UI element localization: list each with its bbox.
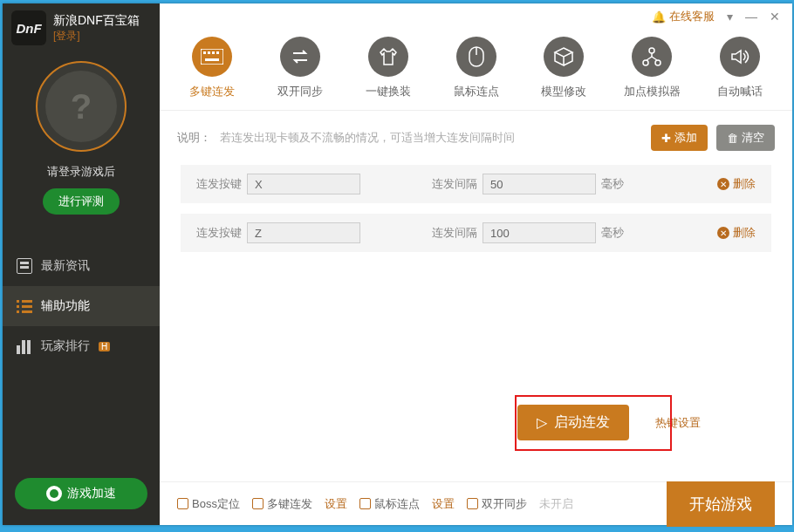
settings-link[interactable]: 设置 [325, 496, 347, 512]
desc-label: 说明： [177, 130, 211, 146]
description-row: 说明： 若连发出现卡顿及不流畅的情况，可适当增大连发间隔时间 ✚ 添加 🗑 清空 [160, 111, 792, 160]
checkbox-icon [359, 498, 371, 509]
speaker-icon [720, 37, 760, 77]
tool-label: 双开同步 [277, 84, 323, 99]
chk-dualsync[interactable]: 双开同步 [467, 496, 527, 512]
checkbox-icon [177, 498, 188, 509]
start-burst-button[interactable]: ▷ 启动连发 [517, 405, 629, 440]
svg-rect-3 [212, 51, 215, 54]
interval-input[interactable] [483, 222, 596, 243]
nav-label: 辅助功能 [41, 298, 90, 314]
nav-label: 最新资讯 [41, 258, 90, 274]
sidebar: DnF 新浪DNF百宝箱 [登录] ? 请登录游戏后 进行评测 最新资讯 辅助功… [3, 3, 160, 525]
not-enabled-label: 未开启 [539, 496, 573, 512]
minimize-button[interactable]: — [745, 10, 757, 24]
settings-link[interactable]: 设置 [432, 496, 455, 512]
add-button[interactable]: ✚ 添加 [651, 125, 708, 151]
chk-boss[interactable]: Boss定位 [177, 496, 240, 512]
svg-rect-2 [208, 51, 210, 54]
chk-label: 鼠标连点 [374, 496, 420, 512]
svg-rect-5 [205, 58, 219, 61]
avatar-ring: ? [36, 61, 127, 152]
chk-multikey[interactable]: 多键连发 [252, 496, 312, 512]
svg-point-9 [643, 60, 648, 65]
tool-label: 加点模拟器 [624, 84, 681, 99]
checkbox-icon [467, 498, 478, 509]
clear-button[interactable]: 🗑 清空 [716, 125, 775, 151]
evaluate-button[interactable]: 进行评测 [43, 188, 120, 215]
nav-rank[interactable]: 玩家排行 H [3, 326, 160, 366]
trash-icon: 🗑 [727, 132, 738, 145]
hotkey-settings-link[interactable]: 热键设置 [655, 415, 701, 431]
plus-icon: ✚ [661, 132, 671, 145]
mouse-icon [456, 37, 496, 77]
tool-label: 鼠标连点 [454, 84, 499, 99]
tool-outfit[interactable]: 一键换装 [349, 37, 428, 99]
svg-rect-1 [203, 51, 206, 54]
support-label: 在线客服 [669, 9, 715, 24]
keyboard-icon [192, 37, 232, 77]
key-input[interactable] [247, 222, 360, 243]
start-label: 启动连发 [554, 413, 610, 432]
add-label: 添加 [674, 130, 697, 146]
key-row: 连发按键 连发间隔 毫秒 ✕ 删除 [181, 165, 771, 203]
sidebar-nav: 最新资讯 辅助功能 玩家排行 H [3, 246, 160, 366]
tool-model[interactable]: 模型修改 [524, 37, 603, 99]
close-button[interactable]: ✕ [770, 10, 780, 24]
menu-icon[interactable]: ▾ [727, 10, 733, 24]
game-boost-button[interactable]: 游戏加速 [15, 478, 147, 509]
chk-label: 双开同步 [482, 496, 527, 512]
news-icon [17, 258, 32, 274]
interval-label: 连发间隔 [432, 176, 477, 192]
app-window: DnF 新浪DNF百宝箱 [登录] ? 请登录游戏后 进行评测 最新资讯 辅助功… [3, 3, 792, 525]
sync-icon [280, 37, 320, 77]
online-support-link[interactable]: 🔔 在线客服 [652, 9, 715, 24]
svg-rect-4 [216, 51, 219, 54]
tool-label: 模型修改 [541, 84, 586, 99]
key-rows: 连发按键 连发间隔 毫秒 ✕ 删除 连发按键 连发间隔 毫秒 ✕ [160, 160, 792, 268]
avatar-section: ? 请登录游戏后 进行评测 [3, 61, 160, 215]
tool-simulator[interactable]: 加点模拟器 [613, 37, 691, 99]
clear-label: 清空 [742, 130, 764, 146]
nav-assist[interactable]: 辅助功能 [3, 286, 160, 326]
start-game-button[interactable]: 开始游戏 [667, 481, 775, 527]
app-logo: DnF [11, 10, 46, 45]
tool-autoclick[interactable]: 鼠标连点 [437, 37, 516, 99]
tool-multikey[interactable]: 多键连发 [173, 37, 251, 99]
unit-label: 毫秒 [601, 225, 624, 241]
login-link[interactable]: [登录] [53, 29, 140, 44]
tree-icon [632, 37, 672, 77]
hot-badge: H [99, 342, 110, 351]
main-panel: 🔔 在线客服 ▾ — ✕ 多键连发 双开同步 一键换装 鼠标连点 [160, 3, 792, 525]
play-icon: ▷ [537, 414, 547, 431]
tool-autoshout[interactable]: 自动喊话 [701, 37, 779, 99]
unit-label: 毫秒 [601, 176, 624, 192]
cube-icon [544, 37, 584, 77]
key-row: 连发按键 连发间隔 毫秒 ✕ 删除 [181, 214, 771, 252]
globe-icon [46, 486, 62, 501]
delete-label: 删除 [733, 225, 756, 241]
key-input[interactable] [247, 174, 360, 194]
boost-label: 游戏加速 [67, 486, 116, 501]
nav-label: 玩家排行 [41, 338, 90, 354]
delete-icon: ✕ [717, 227, 729, 239]
chk-label: 多键连发 [267, 496, 312, 512]
interval-label: 连发间隔 [432, 225, 477, 241]
rank-icon [17, 338, 32, 354]
delete-row-button[interactable]: ✕ 删除 [717, 225, 756, 241]
delete-label: 删除 [733, 176, 756, 192]
chk-autoclick[interactable]: 鼠标连点 [359, 496, 420, 512]
delete-row-button[interactable]: ✕ 删除 [717, 176, 756, 192]
checkbox-icon [252, 498, 264, 509]
key-label: 连发按键 [196, 176, 242, 192]
titlebar: 🔔 在线客服 ▾ — ✕ [160, 3, 792, 30]
interval-input[interactable] [483, 174, 596, 194]
login-prompt: 请登录游戏后 [47, 164, 115, 180]
nav-news[interactable]: 最新资讯 [3, 246, 160, 286]
start-area: ▷ 启动连发 热键设置 [517, 405, 701, 440]
chk-label: Boss定位 [192, 496, 240, 512]
app-title: 新浪DNF百宝箱 [53, 13, 140, 29]
tool-dualsync[interactable]: 双开同步 [261, 37, 339, 99]
shirt-icon [368, 37, 408, 77]
key-label: 连发按键 [196, 225, 242, 241]
